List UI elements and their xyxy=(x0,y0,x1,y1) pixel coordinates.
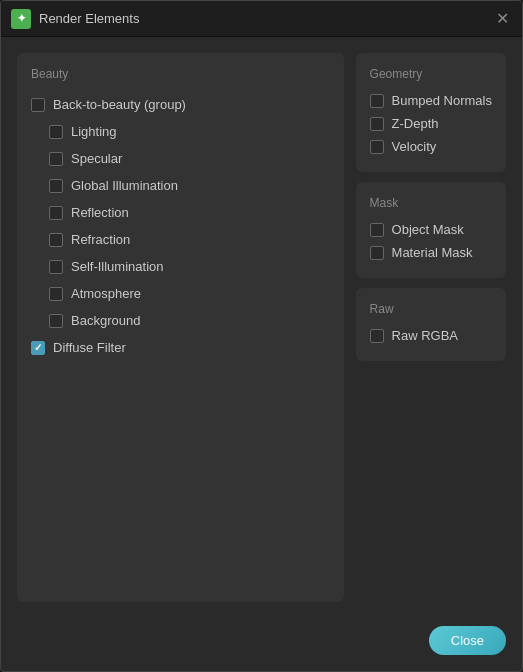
object-mask-label[interactable]: Object Mask xyxy=(392,222,464,237)
atmosphere-label[interactable]: Atmosphere xyxy=(71,286,141,301)
background-checkbox[interactable] xyxy=(49,314,63,328)
global-illumination-label[interactable]: Global Illumination xyxy=(71,178,178,193)
material-mask-label[interactable]: Material Mask xyxy=(392,245,473,260)
list-item: Raw RGBA xyxy=(370,324,492,347)
close-button[interactable]: Close xyxy=(429,626,506,655)
list-item: Back-to-beauty (group) xyxy=(31,93,330,116)
list-item: Velocity xyxy=(370,135,492,158)
atmosphere-checkbox[interactable] xyxy=(49,287,63,301)
list-item: Background xyxy=(31,309,330,332)
list-item: Refraction xyxy=(31,228,330,251)
app-icon: ✦ xyxy=(11,9,31,29)
velocity-label[interactable]: Velocity xyxy=(392,139,437,154)
self-illumination-checkbox[interactable] xyxy=(49,260,63,274)
raw-panel: Raw Raw RGBA xyxy=(356,288,506,361)
list-item: Global Illumination xyxy=(31,174,330,197)
window-title: Render Elements xyxy=(39,11,492,26)
diffuse-filter-checkbox[interactable] xyxy=(31,341,45,355)
beauty-section-label: Beauty xyxy=(31,67,330,81)
list-item: Material Mask xyxy=(370,241,492,264)
velocity-checkbox[interactable] xyxy=(370,140,384,154)
z-depth-label[interactable]: Z-Depth xyxy=(392,116,439,131)
footer: Close xyxy=(1,618,522,671)
list-item: Lighting xyxy=(31,120,330,143)
lighting-label[interactable]: Lighting xyxy=(71,124,117,139)
lighting-checkbox[interactable] xyxy=(49,125,63,139)
list-item: Diffuse Filter xyxy=(31,336,330,359)
right-column: Geometry Bumped Normals Z-Depth Velocity… xyxy=(356,53,506,602)
beauty-panel: Beauty Back-to-beauty (group) Lighting S… xyxy=(17,53,344,602)
refraction-checkbox[interactable] xyxy=(49,233,63,247)
geometry-section-label: Geometry xyxy=(370,67,492,81)
reflection-label[interactable]: Reflection xyxy=(71,205,129,220)
bumped-normals-label[interactable]: Bumped Normals xyxy=(392,93,492,108)
material-mask-checkbox[interactable] xyxy=(370,246,384,260)
raw-rgba-label[interactable]: Raw RGBA xyxy=(392,328,458,343)
refraction-label[interactable]: Refraction xyxy=(71,232,130,247)
geometry-panel: Geometry Bumped Normals Z-Depth Velocity xyxy=(356,53,506,172)
main-content: Beauty Back-to-beauty (group) Lighting S… xyxy=(1,37,522,618)
bumped-normals-checkbox[interactable] xyxy=(370,94,384,108)
list-item: Specular xyxy=(31,147,330,170)
raw-section-label: Raw xyxy=(370,302,492,316)
background-label[interactable]: Background xyxy=(71,313,140,328)
list-item: Bumped Normals xyxy=(370,89,492,112)
list-item: Self-Illumination xyxy=(31,255,330,278)
reflection-checkbox[interactable] xyxy=(49,206,63,220)
render-elements-window: ✦ Render Elements ✕ Beauty Back-to-beaut… xyxy=(0,0,523,672)
close-window-button[interactable]: ✕ xyxy=(492,9,512,29)
mask-section-label: Mask xyxy=(370,196,492,210)
back-to-beauty-label[interactable]: Back-to-beauty (group) xyxy=(53,97,186,112)
specular-label[interactable]: Specular xyxy=(71,151,122,166)
titlebar: ✦ Render Elements ✕ xyxy=(1,1,522,37)
mask-panel: Mask Object Mask Material Mask xyxy=(356,182,506,278)
raw-rgba-checkbox[interactable] xyxy=(370,329,384,343)
list-item: Object Mask xyxy=(370,218,492,241)
list-item: Z-Depth xyxy=(370,112,492,135)
object-mask-checkbox[interactable] xyxy=(370,223,384,237)
diffuse-filter-label[interactable]: Diffuse Filter xyxy=(53,340,126,355)
z-depth-checkbox[interactable] xyxy=(370,117,384,131)
list-item: Atmosphere xyxy=(31,282,330,305)
specular-checkbox[interactable] xyxy=(49,152,63,166)
self-illumination-label[interactable]: Self-Illumination xyxy=(71,259,164,274)
back-to-beauty-checkbox[interactable] xyxy=(31,98,45,112)
list-item: Reflection xyxy=(31,201,330,224)
global-illumination-checkbox[interactable] xyxy=(49,179,63,193)
